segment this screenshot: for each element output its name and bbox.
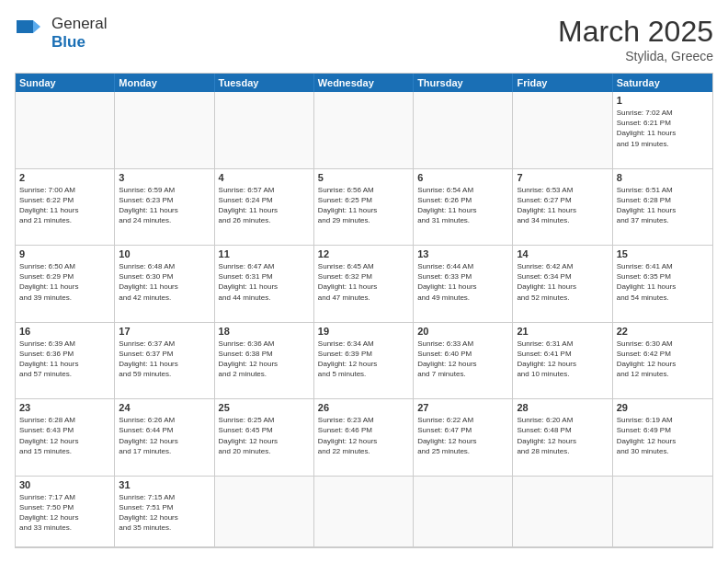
calendar-cell [513, 92, 612, 169]
calendar-cell: 16Sunrise: 6:39 AM Sunset: 6:36 PM Dayli… [16, 323, 115, 400]
cell-daylight-info: Sunrise: 6:59 AM Sunset: 6:23 PM Dayligh… [119, 185, 210, 226]
day-number: 7 [517, 172, 608, 183]
calendar-cell [314, 477, 414, 547]
cell-daylight-info: Sunrise: 6:56 AM Sunset: 6:25 PM Dayligh… [318, 185, 409, 226]
calendar-cell: 23Sunrise: 6:28 AM Sunset: 6:43 PM Dayli… [16, 399, 115, 477]
calendar-cell: 20Sunrise: 6:33 AM Sunset: 6:40 PM Dayli… [414, 323, 513, 400]
cell-daylight-info: Sunrise: 6:33 AM Sunset: 6:40 PM Dayligh… [417, 339, 508, 380]
cell-daylight-info: Sunrise: 7:02 AM Sunset: 6:21 PM Dayligh… [617, 108, 709, 149]
day-number: 31 [119, 479, 210, 490]
calendar-cell: 8Sunrise: 6:51 AM Sunset: 6:28 PM Daylig… [613, 169, 712, 247]
day-number: 28 [517, 402, 608, 413]
day-number: 29 [617, 402, 709, 413]
cell-daylight-info: Sunrise: 6:34 AM Sunset: 6:39 PM Dayligh… [318, 339, 409, 380]
cell-daylight-info: Sunrise: 6:54 AM Sunset: 6:26 PM Dayligh… [417, 185, 508, 226]
day-number: 1 [617, 95, 709, 106]
calendar-cell: 7Sunrise: 6:53 AM Sunset: 6:27 PM Daylig… [513, 169, 612, 247]
calendar-cell [314, 92, 414, 169]
cell-daylight-info: Sunrise: 6:19 AM Sunset: 6:49 PM Dayligh… [617, 415, 709, 456]
day-number: 6 [417, 172, 508, 183]
day-number: 5 [318, 172, 409, 183]
day-number: 24 [119, 402, 210, 413]
logo: GeneralBlue [15, 15, 107, 52]
cell-daylight-info: Sunrise: 7:17 AM Sunset: 7:50 PM Dayligh… [19, 492, 110, 534]
cell-daylight-info: Sunrise: 6:31 AM Sunset: 6:41 PM Dayligh… [517, 339, 608, 380]
day-number: 27 [417, 402, 508, 413]
cell-daylight-info: Sunrise: 6:44 AM Sunset: 6:33 PM Dayligh… [417, 261, 508, 303]
cell-daylight-info: Sunrise: 6:25 AM Sunset: 6:45 PM Dayligh… [219, 415, 310, 456]
weekday-header-monday: Monday [115, 74, 214, 92]
weekday-header-thursday: Thursday [414, 74, 513, 92]
calendar: SundayMondayTuesdayWednesdayThursdayFrid… [15, 73, 713, 548]
day-number: 23 [19, 402, 110, 413]
calendar-cell [115, 92, 214, 169]
calendar-cell: 31Sunrise: 7:15 AM Sunset: 7:51 PM Dayli… [115, 477, 214, 547]
calendar-cell: 17Sunrise: 6:37 AM Sunset: 6:37 PM Dayli… [115, 323, 214, 400]
cell-daylight-info: Sunrise: 6:39 AM Sunset: 6:36 PM Dayligh… [19, 339, 110, 380]
day-number: 15 [617, 248, 709, 259]
calendar-cell: 25Sunrise: 6:25 AM Sunset: 6:45 PM Dayli… [215, 399, 314, 477]
calendar-cell: 18Sunrise: 6:36 AM Sunset: 6:38 PM Dayli… [215, 323, 314, 400]
calendar-cell: 21Sunrise: 6:31 AM Sunset: 6:41 PM Dayli… [513, 323, 612, 400]
calendar-cell [613, 477, 712, 547]
month-year-title: March 2025 [558, 15, 713, 49]
weekday-header-saturday: Saturday [613, 74, 712, 92]
cell-daylight-info: Sunrise: 6:41 AM Sunset: 6:35 PM Dayligh… [617, 261, 709, 303]
calendar-cell: 11Sunrise: 6:47 AM Sunset: 6:31 PM Dayli… [215, 246, 314, 323]
day-number: 9 [19, 248, 110, 259]
day-number: 30 [19, 479, 110, 490]
calendar-cell [215, 92, 314, 169]
calendar-cell: 19Sunrise: 6:34 AM Sunset: 6:39 PM Dayli… [314, 323, 414, 400]
day-number: 21 [517, 326, 608, 337]
day-number: 26 [318, 402, 409, 413]
calendar-cell: 3Sunrise: 6:59 AM Sunset: 6:23 PM Daylig… [115, 169, 214, 247]
calendar-cell: 28Sunrise: 6:20 AM Sunset: 6:48 PM Dayli… [513, 399, 612, 477]
day-number: 3 [119, 172, 210, 183]
logo-text: GeneralBlue [51, 15, 107, 52]
cell-daylight-info: Sunrise: 6:28 AM Sunset: 6:43 PM Dayligh… [19, 415, 110, 456]
calendar-cell: 4Sunrise: 6:57 AM Sunset: 6:24 PM Daylig… [215, 169, 314, 247]
calendar-cell [16, 92, 115, 169]
cell-daylight-info: Sunrise: 7:15 AM Sunset: 7:51 PM Dayligh… [119, 492, 210, 534]
weekday-header-wednesday: Wednesday [314, 74, 414, 92]
calendar-cell: 12Sunrise: 6:45 AM Sunset: 6:32 PM Dayli… [314, 246, 414, 323]
calendar-cell [414, 477, 513, 547]
cell-daylight-info: Sunrise: 6:47 AM Sunset: 6:31 PM Dayligh… [219, 261, 310, 303]
day-number: 11 [219, 248, 310, 259]
calendar-cell [414, 92, 513, 169]
day-number: 16 [19, 326, 110, 337]
cell-daylight-info: Sunrise: 6:26 AM Sunset: 6:44 PM Dayligh… [119, 415, 210, 456]
calendar-cell: 26Sunrise: 6:23 AM Sunset: 6:46 PM Dayli… [314, 399, 414, 477]
page: GeneralBlue March 2025 Stylida, Greece S… [0, 0, 728, 563]
svg-marker-1 [33, 20, 40, 33]
day-number: 12 [318, 248, 409, 259]
day-number: 25 [219, 402, 310, 413]
day-number: 19 [318, 326, 409, 337]
day-number: 20 [417, 326, 508, 337]
day-number: 10 [119, 248, 210, 259]
weekday-header-friday: Friday [513, 74, 612, 92]
cell-daylight-info: Sunrise: 6:42 AM Sunset: 6:34 PM Dayligh… [517, 261, 608, 303]
day-number: 17 [119, 326, 210, 337]
day-number: 2 [19, 172, 110, 183]
calendar-cell: 10Sunrise: 6:48 AM Sunset: 6:30 PM Dayli… [115, 246, 214, 323]
cell-daylight-info: Sunrise: 6:36 AM Sunset: 6:38 PM Dayligh… [219, 339, 310, 380]
weekday-header-tuesday: Tuesday [215, 74, 314, 92]
cell-daylight-info: Sunrise: 6:30 AM Sunset: 6:42 PM Dayligh… [617, 339, 709, 380]
calendar-cell: 15Sunrise: 6:41 AM Sunset: 6:35 PM Dayli… [613, 246, 712, 323]
cell-daylight-info: Sunrise: 7:00 AM Sunset: 6:22 PM Dayligh… [19, 185, 110, 226]
weekday-header-sunday: Sunday [16, 74, 115, 92]
calendar-cell: 9Sunrise: 6:50 AM Sunset: 6:29 PM Daylig… [16, 246, 115, 323]
day-number: 8 [617, 172, 709, 183]
cell-daylight-info: Sunrise: 6:22 AM Sunset: 6:47 PM Dayligh… [417, 415, 508, 456]
cell-daylight-info: Sunrise: 6:37 AM Sunset: 6:37 PM Dayligh… [119, 339, 210, 380]
calendar-cell [513, 477, 612, 547]
location-subtitle: Stylida, Greece [558, 49, 713, 63]
calendar-cell: 29Sunrise: 6:19 AM Sunset: 6:49 PM Dayli… [613, 399, 712, 477]
cell-daylight-info: Sunrise: 6:23 AM Sunset: 6:46 PM Dayligh… [318, 415, 409, 456]
calendar-cell: 5Sunrise: 6:56 AM Sunset: 6:25 PM Daylig… [314, 169, 414, 247]
day-number: 14 [517, 248, 608, 259]
cell-daylight-info: Sunrise: 6:45 AM Sunset: 6:32 PM Dayligh… [318, 261, 409, 303]
calendar-cell: 13Sunrise: 6:44 AM Sunset: 6:33 PM Dayli… [414, 246, 513, 323]
calendar-header: SundayMondayTuesdayWednesdayThursdayFrid… [16, 74, 712, 92]
